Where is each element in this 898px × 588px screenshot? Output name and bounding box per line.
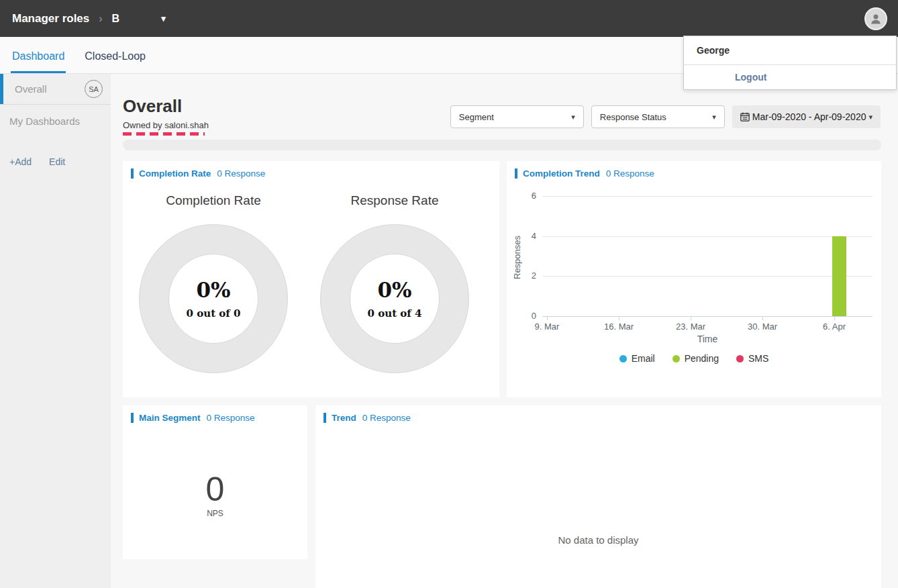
segment-filter-dropdown[interactable]: Segment ▾ — [450, 105, 584, 128]
legend-label: Pending — [685, 353, 719, 364]
chart-legend: EmailPendingSMS — [507, 353, 881, 364]
completion-rate-card: Completion Rate 0 Response Completion Ra… — [123, 161, 499, 397]
breadcrumb-manager-roles[interactable]: Manager roles — [12, 12, 89, 26]
date-range-picker[interactable]: Mar-09-2020 - Apr-09-2020 ▾ — [732, 105, 881, 128]
owner-initials-badge: SA — [85, 80, 103, 98]
page-title: Overall — [123, 96, 182, 117]
y-tick-label: 0 — [507, 311, 536, 321]
donut-sub-label: 0 out of 0 — [187, 307, 241, 320]
user-dropdown-menu: George Logout — [683, 36, 897, 90]
user-menu-username: George — [684, 36, 896, 65]
calendar-icon — [740, 112, 750, 121]
legend-item-pending[interactable]: Pending — [672, 353, 719, 364]
legend-item-email[interactable]: Email — [619, 353, 655, 364]
x-tick-label: 16. Mar — [592, 322, 646, 332]
chevron-down-icon: ▾ — [571, 113, 575, 121]
x-tick-mark — [547, 316, 548, 320]
x-tick-mark — [619, 316, 619, 320]
legend-item-sms[interactable]: SMS — [736, 353, 768, 364]
chevron-down-icon: ▾ — [868, 113, 872, 121]
add-dashboard-button[interactable]: +Add — [9, 156, 32, 167]
donut-title-response-rate: Response Rate — [304, 193, 485, 208]
main-segment-card: Main Segment 0 Response 0 NPS — [123, 405, 307, 559]
legend-dot-icon — [736, 355, 744, 362]
trend-card: Trend 0 Response No data to display — [315, 405, 881, 588]
gridline — [542, 276, 872, 277]
top-header: Manager roles › B ▾ — [0, 0, 898, 37]
completion-rate-donut-chart[interactable]: 0% 0 out of 0 — [139, 224, 288, 373]
card-response-count: 0 Response — [362, 413, 411, 423]
x-axis-label: Time — [542, 334, 872, 344]
nps-value: 0 — [123, 473, 307, 506]
breadcrumb-current-label: B — [112, 13, 120, 25]
card-title: Trend — [332, 413, 356, 423]
completion-trend-card: Completion Trend 0 Response Responses Ti… — [507, 161, 881, 397]
card-response-count: 0 Response — [217, 168, 265, 179]
x-tick-mark — [691, 316, 691, 320]
card-accent-bar — [515, 168, 517, 179]
card-accent-bar — [323, 413, 326, 423]
donut-percent-value: 0% — [196, 278, 230, 302]
donut-sub-label: 0 out of 4 — [368, 307, 422, 320]
legend-dot-icon — [672, 355, 680, 362]
x-tick-label: 9. Mar — [520, 322, 574, 332]
chevron-down-icon: ▾ — [161, 13, 166, 23]
x-tick-mark — [762, 316, 763, 320]
owner-label: Owned by saloni.shah — [123, 120, 209, 130]
owner-dashed-underline — [123, 132, 205, 136]
edit-dashboard-button[interactable]: Edit — [49, 156, 65, 167]
response-status-filter-dropdown[interactable]: Response Status ▾ — [591, 105, 725, 128]
card-title: Completion Trend — [523, 168, 600, 179]
donut-title-completion-rate: Completion Rate — [123, 193, 304, 208]
card-response-count: 0 Response — [207, 413, 255, 423]
sidebar-item-overall[interactable]: Overall SA — [0, 74, 111, 105]
tab-dashboard[interactable]: Dashboard — [11, 50, 66, 73]
card-accent-bar — [131, 413, 134, 423]
card-accent-bar — [131, 168, 134, 179]
y-tick-label: 6 — [507, 191, 536, 201]
no-data-message: No data to display — [315, 534, 881, 546]
legend-label: Email — [632, 353, 655, 364]
nps-label: NPS — [123, 509, 307, 518]
x-tick-mark — [834, 316, 835, 320]
breadcrumb-dashboard-selector[interactable]: B ▾ — [112, 13, 166, 25]
donut-percent-value: 0% — [377, 278, 411, 302]
legend-dot-icon — [619, 355, 627, 362]
x-tick-label: 23. Mar — [664, 322, 717, 332]
gridline — [542, 196, 872, 197]
sidebar: Overall SA My Dashboards +Add Edit — [0, 74, 111, 588]
gridline — [542, 236, 872, 237]
sidebar-section-my-dashboards: My Dashboards — [0, 105, 111, 127]
card-title: Completion Rate — [139, 168, 211, 179]
card-title: Main Segment — [139, 413, 201, 423]
response-rate-donut-chart[interactable]: 0% 0 out of 4 — [320, 224, 469, 373]
person-icon — [869, 12, 883, 26]
x-axis-line — [542, 316, 872, 317]
chart-bar-pending[interactable] — [832, 236, 846, 316]
sidebar-item-label: Overall — [15, 83, 85, 95]
user-avatar[interactable] — [864, 7, 887, 30]
x-tick-label: 30. Mar — [736, 322, 789, 332]
card-response-count: 0 Response — [606, 168, 654, 179]
collapsed-strip — [123, 140, 881, 150]
response-status-filter-label: Response Status — [600, 112, 712, 122]
logout-menu-item[interactable]: Logout — [684, 65, 896, 89]
y-tick-label: 2 — [507, 271, 536, 281]
x-tick-label: 6. Apr — [807, 322, 861, 332]
segment-filter-label: Segment — [459, 112, 571, 122]
legend-label: SMS — [748, 353, 768, 364]
date-range-value: Mar-09-2020 - Apr-09-2020 — [752, 111, 866, 122]
tab-closed-loop[interactable]: Closed-Loop — [83, 50, 147, 73]
chevron-down-icon: ▾ — [712, 113, 716, 121]
breadcrumb-separator-icon: › — [99, 13, 102, 25]
y-tick-label: 4 — [507, 231, 536, 241]
filter-bar: Segment ▾ Response Status ▾ Mar-09-2020 … — [450, 105, 881, 128]
